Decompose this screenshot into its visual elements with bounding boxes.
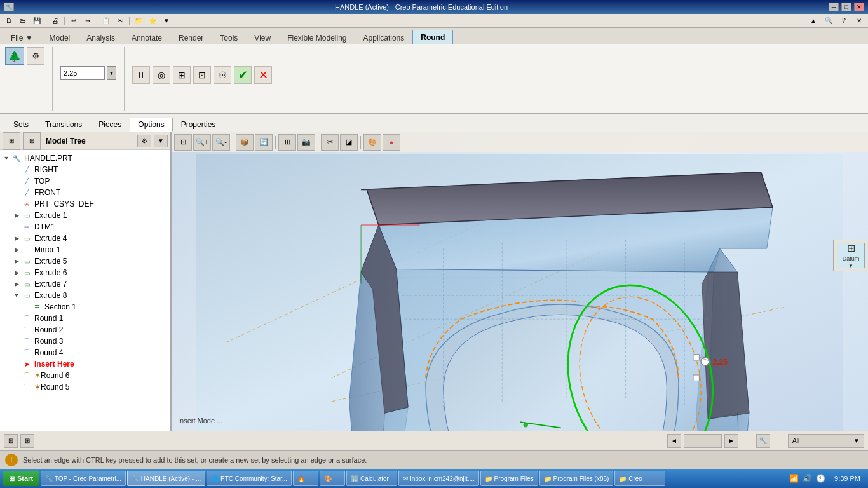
close-app-button[interactable]: ✕ [853,15,865,27]
tab-flexible-modeling[interactable]: Flexible Modeling [279,30,355,44]
connect-button[interactable]: ♾ [214,66,231,84]
tab-annotate[interactable]: Annotate [123,30,170,44]
render-style-button[interactable]: 🎨 [363,134,381,151]
tree-item-mirror1[interactable]: ⊣ Mirror 1 [10,244,170,255]
expander-extrude8[interactable] [13,292,20,299]
circle-button[interactable]: ◎ [153,66,170,84]
refit-button[interactable]: 🔄 [255,134,273,151]
sub-tab-pieces[interactable]: Pieces [90,118,130,132]
taskbar-creo[interactable]: 📁 Creo [614,471,665,486]
redo-button[interactable]: ↪ [81,15,94,27]
mirror-button[interactable]: ⊡ [193,66,211,84]
taskbar-handle-creo[interactable]: 🔧 HANDLE (Active) - ... [127,471,205,486]
star-button[interactable]: ⭐ [146,15,159,27]
cut-button[interactable]: ✂ [114,15,126,27]
tree-item-section1[interactable]: ☰ Section 1 [20,301,170,313]
filter-dropdown[interactable]: All ▼ [788,434,864,448]
sub-tab-properties[interactable]: Properties [173,118,224,132]
tree-item-handle[interactable]: 🔧 HANDLE.PRT [0,152,170,164]
zoom-fit-button[interactable]: ⊡ [174,134,192,151]
tab-tools[interactable]: Tools [212,30,246,44]
tree-item-top[interactable]: ╱ TOP [10,175,170,187]
tree-item-dtm1[interactable]: ═ DTM1 [10,221,170,233]
expander-mirror1[interactable] [13,246,20,254]
spinner-down[interactable]: ◄ [667,434,681,448]
tree-settings-button2[interactable]: ⊞ [23,132,41,150]
taskbar-app2[interactable]: 🎨 [320,471,345,486]
minimize-button[interactable]: ─ [829,3,839,11]
sub-tab-transitions[interactable]: Transitions [37,118,90,132]
confirm-button[interactable]: ✔ [234,66,252,84]
radius-input[interactable] [60,66,105,80]
tree-item-insert-here[interactable]: ➤ Insert Here [10,358,170,370]
zoom-in-button[interactable]: 🔍+ [193,134,211,151]
tab-render[interactable]: Render [170,30,212,44]
tree-item-extrude4[interactable]: ▭ Extrude 4 [10,233,170,244]
taskbar-app1[interactable]: 🔥 [293,471,318,486]
tab-view[interactable]: View [246,30,279,44]
tree-item-extrude7[interactable]: ▭ Extrude 7 [10,278,170,290]
search-up-button[interactable]: ▲ [807,15,820,27]
cancel-button[interactable]: ✕ [254,66,272,84]
folder-button[interactable]: 📁 [132,15,145,27]
undo-button[interactable]: ↩ [67,15,80,27]
taskbar-inbox[interactable]: ✉ Inbox in cm242@njit.... [398,471,479,486]
tab-model[interactable]: Model [41,30,79,44]
left-tools-1[interactable]: ⊞ [4,434,18,448]
tree-item-round6[interactable]: ⌒ ✶ Round 6 [10,370,170,381]
sub-tab-options[interactable]: Options [130,118,172,132]
camera-button[interactable]: 📷 [297,134,315,151]
maximize-button[interactable]: □ [841,3,851,11]
tree-item-round1[interactable]: ⌒ Round 1 [10,313,170,324]
close-button[interactable]: ✕ [854,3,864,11]
tree-settings-button1[interactable]: ⊞ [3,132,20,150]
new-button[interactable]: 🗋 [3,15,15,27]
taskbar-program-files[interactable]: 📁 Program Files [480,471,538,486]
grid-button[interactable]: ⊞ [173,66,191,84]
tree-item-round4[interactable]: ⌒ Round 4 [10,347,170,358]
tools-icon[interactable]: 🔧 [756,434,770,448]
search-button[interactable]: 🔍 [822,15,835,27]
tree-menu-button[interactable]: ▼ [154,135,168,147]
tab-file[interactable]: File ▼ [3,30,41,44]
sub-tab-sets[interactable]: Sets [5,118,37,132]
expander-extrude5[interactable] [13,257,20,265]
expander-extrude1[interactable] [13,212,20,219]
taskbar-program-files-x86[interactable]: 📁 Program Files (x86) [539,471,614,486]
tree-item-extrude5[interactable]: ▭ Extrude 5 [10,255,170,267]
saved-views-button[interactable]: ⊞ [278,134,296,151]
tree-item-round3[interactable]: ⌒ Round 3 [10,336,170,347]
save-button[interactable]: 💾 [31,15,43,27]
tree-item-front[interactable]: ╱ FRONT [10,187,170,198]
viewport[interactable]: ⊡ 🔍+ 🔍- 📦 🔄 ⊞ 📷 ✂ ◪ 🎨 ● [172,132,868,431]
radius-dropdown[interactable]: ▼ [107,66,116,80]
tab-round[interactable]: Round [412,30,453,44]
help-button[interactable]: ? [837,15,850,27]
taskbar-top-creo[interactable]: 🔧 TOP - Creo Parametri... [41,471,126,486]
named-view-button[interactable]: 📦 [236,134,254,151]
expander-extrude6[interactable] [13,269,20,276]
tree-item-extrude1[interactable]: ▭ Extrude 1 [10,210,170,221]
tree-item-csys[interactable]: ✳ PRT_CSYS_DEF [10,198,170,210]
taskbar-ptc-community[interactable]: 🌐 PTC Community: Star... [207,471,292,486]
expander-extrude4[interactable] [13,234,20,242]
datum-dropdown[interactable]: ▼ [848,263,853,269]
expander-handle[interactable] [3,154,10,162]
clip-button[interactable]: ✂ [321,134,339,151]
tab-applications[interactable]: Applications [355,30,413,44]
tree-item-round5[interactable]: ⌒ ✶ Round 5 [10,381,170,393]
spinner-up[interactable]: ► [724,434,738,448]
print-button[interactable]: 🖨 [49,15,62,27]
taskbar-calculator[interactable]: 🔢 Calculator [346,471,397,486]
tree-item-right[interactable]: ╱ RIGHT [10,164,170,175]
settings-icon-button[interactable]: ⚙ [27,47,44,65]
tree-config-button[interactable]: ⚙ [137,135,151,147]
spinner-track[interactable] [684,434,722,448]
left-tools-2[interactable]: ⊞ [20,434,34,448]
tree-item-extrude6[interactable]: ▭ Extrude 6 [10,267,170,278]
pause-button[interactable]: ⏸ [132,66,150,84]
datum-button[interactable]: ⊞ Datum ▼ [837,243,865,268]
copy-button[interactable]: 📋 [100,15,112,27]
tab-analysis[interactable]: Analysis [78,30,123,44]
tree-item-extrude8[interactable]: ▭ Extrude 8 [10,290,170,301]
